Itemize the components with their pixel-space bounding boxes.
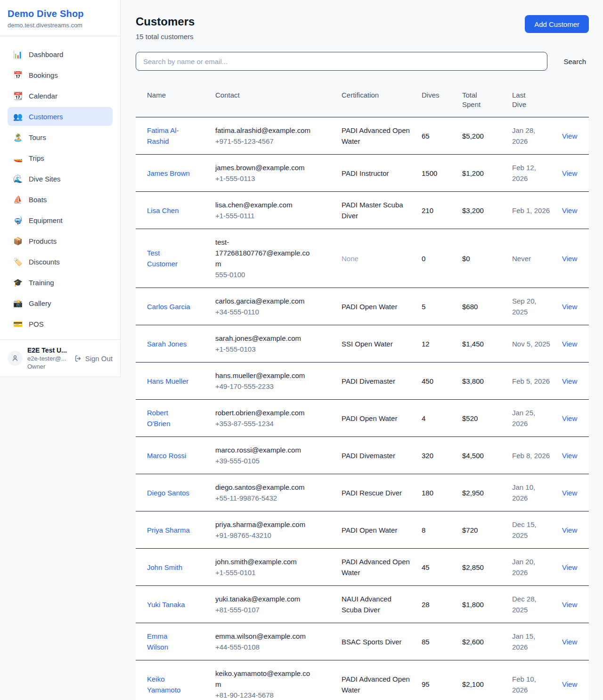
sidebar-item-label: Bookings [29, 71, 58, 79]
customer-email: test-1772681807767@example.com [215, 237, 314, 269]
sidebar-item-label: Customers [29, 113, 63, 121]
customer-actions-cell: View [562, 131, 588, 141]
customer-name-link[interactable]: Fatima Al-Rashid [147, 125, 190, 147]
customer-name-link[interactable]: Priya Sharma [147, 525, 190, 535]
customer-contact-cell: lisa.chen@example.com +1-555-0111 [215, 199, 342, 221]
customer-name-link[interactable]: John Smith [147, 562, 182, 573]
customer-name-link[interactable]: Robert O'Brien [147, 407, 190, 429]
view-customer-link[interactable]: View [562, 489, 577, 497]
people-icon: 👥 [13, 112, 23, 121]
sidebar-item-pos[interactable]: 💳 POS [8, 314, 113, 333]
column-header-actions [562, 88, 578, 112]
sidebar-item-label: Gallery [29, 299, 51, 307]
table-row: Carlos Garcia carlos.garcia@example.com … [136, 288, 589, 325]
sidebar-item-trips[interactable]: 🚤 Trips [8, 148, 113, 167]
customer-total-spent: $5,200 [462, 131, 512, 141]
person-icon [11, 354, 19, 362]
search-input[interactable] [136, 52, 547, 71]
brand-header: Demo Dive Shop demo.test.divestreams.com [0, 0, 120, 36]
sidebar-item-customers[interactable]: 👥 Customers [8, 107, 113, 126]
sidebar-item-training[interactable]: 🎓 Training [8, 273, 113, 292]
customer-contact-cell: yuki.tanaka@example.com +81-555-0107 [215, 593, 342, 615]
customer-actions-cell: View [562, 253, 588, 264]
sidebar-item-tours[interactable]: 🏝️ Tours [8, 128, 113, 147]
customer-actions-cell: View [562, 376, 588, 387]
customer-name-link[interactable]: Sarah Jones [147, 338, 187, 349]
customer-name-link[interactable]: Emma Wilson [147, 631, 190, 652]
customer-name-link[interactable]: Hans Mueller [147, 376, 188, 387]
customer-name-link[interactable]: Yuki Tanaka [147, 599, 185, 610]
search-button[interactable]: Search [561, 58, 589, 66]
view-customer-link[interactable]: View [562, 132, 577, 140]
sign-out-label: Sign Out [85, 354, 113, 362]
column-header-total-spent: Total Spent [462, 88, 489, 112]
view-customer-link[interactable]: View [562, 206, 577, 214]
table-row: John Smith john.smith@example.com +1-555… [136, 549, 589, 586]
customer-actions-cell: View [562, 487, 588, 498]
sidebar-item-label: Trips [29, 154, 44, 162]
customer-name-link[interactable]: Test Customer [147, 247, 190, 269]
customer-dives: 450 [422, 376, 462, 387]
package-icon: 📦 [13, 237, 23, 246]
calendar-date-icon: 📅 [13, 71, 23, 80]
tag-icon: 🏷️ [13, 257, 23, 266]
sidebar-item-equipment[interactable]: 🤿 Equipment [8, 211, 113, 230]
customer-actions-cell: View [562, 338, 588, 349]
view-customer-link[interactable]: View [562, 680, 577, 688]
view-customer-link[interactable]: View [562, 638, 577, 646]
customer-total-spent: $2,950 [462, 487, 512, 498]
table-row: Fatima Al-Rashid fatima.alrashid@example… [136, 117, 589, 155]
view-customer-link[interactable]: View [562, 526, 577, 534]
column-header-certification: Certification [342, 88, 422, 112]
page-header-text: Customers 15 total customers [136, 15, 195, 41]
customer-total-spent: $3,200 [462, 205, 512, 216]
view-customer-link[interactable]: View [562, 169, 577, 177]
customer-name-link[interactable]: Lisa Chen [147, 205, 179, 216]
customer-certification: PADI Master Scuba Diver [342, 199, 422, 221]
sidebar-item-gallery[interactable]: 📸 Gallery [8, 294, 113, 313]
customer-email: robert.obrien@example.com [215, 407, 314, 418]
sailboat-icon: ⛵ [13, 195, 23, 204]
view-customer-link[interactable]: View [562, 452, 577, 460]
customer-name-cell: Emma Wilson [147, 631, 215, 652]
sidebar-item-label: Dashboard [29, 50, 63, 58]
column-header-last-dive: Last Dive [512, 88, 539, 112]
customer-dives: 0 [422, 253, 462, 264]
table-row: Sarah Jones sarah.jones@example.com +1-5… [136, 325, 589, 362]
customer-name-link[interactable]: Marco Rossi [147, 450, 186, 461]
sidebar-item-calendar[interactable]: 📆 Calendar [8, 86, 113, 105]
add-customer-button[interactable]: Add Customer [525, 15, 589, 33]
customer-last-dive: Feb 12, 2026 [512, 162, 562, 184]
customer-phone: +49-170-555-2233 [215, 381, 330, 392]
view-customer-link[interactable]: View [562, 601, 577, 609]
sidebar-item-products[interactable]: 📦 Products [8, 231, 113, 250]
sidebar-item-label: Equipment [29, 216, 63, 224]
sidebar-item-boats[interactable]: ⛵ Boats [8, 190, 113, 209]
sign-out-button[interactable]: Sign Out [74, 354, 113, 362]
search-bar: Search [136, 52, 589, 71]
customer-name-cell: John Smith [147, 562, 215, 573]
sidebar-item-dashboard[interactable]: 📊 Dashboard [8, 45, 113, 64]
sidebar-item-label: POS [29, 320, 44, 328]
customer-certification: PADI Instructor [342, 168, 422, 179]
view-customer-link[interactable]: View [562, 303, 577, 311]
view-customer-link[interactable]: View [562, 414, 577, 422]
customer-total-spent: $3,800 [462, 376, 512, 387]
user-info: E2E Test U... e2e-tester@... Owner [27, 346, 69, 370]
view-customer-link[interactable]: View [562, 255, 577, 263]
sidebar-item-bookings[interactable]: 📅 Bookings [8, 66, 113, 84]
customer-last-dive: Jan 15, 2026 [512, 631, 562, 652]
view-customer-link[interactable]: View [562, 340, 577, 348]
customer-name-link[interactable]: Carlos Garcia [147, 301, 190, 312]
view-customer-link[interactable]: View [562, 563, 577, 571]
customer-name-link[interactable]: James Brown [147, 168, 190, 179]
customer-name-link[interactable]: Diego Santos [147, 487, 189, 498]
sidebar-item-dive-sites[interactable]: 🌊 Dive Sites [8, 169, 113, 188]
view-customer-link[interactable]: View [562, 377, 577, 385]
customer-name-link[interactable]: Keiko Yamamoto [147, 674, 190, 695]
customer-certification: PADI Open Water [342, 525, 422, 535]
sidebar-item-discounts[interactable]: 🏷️ Discounts [8, 252, 113, 271]
customer-last-dive: Feb 1, 2026 [512, 205, 562, 216]
diving-mask-icon: 🤿 [13, 216, 23, 225]
customer-contact-cell: carlos.garcia@example.com +34-555-0110 [215, 296, 342, 317]
